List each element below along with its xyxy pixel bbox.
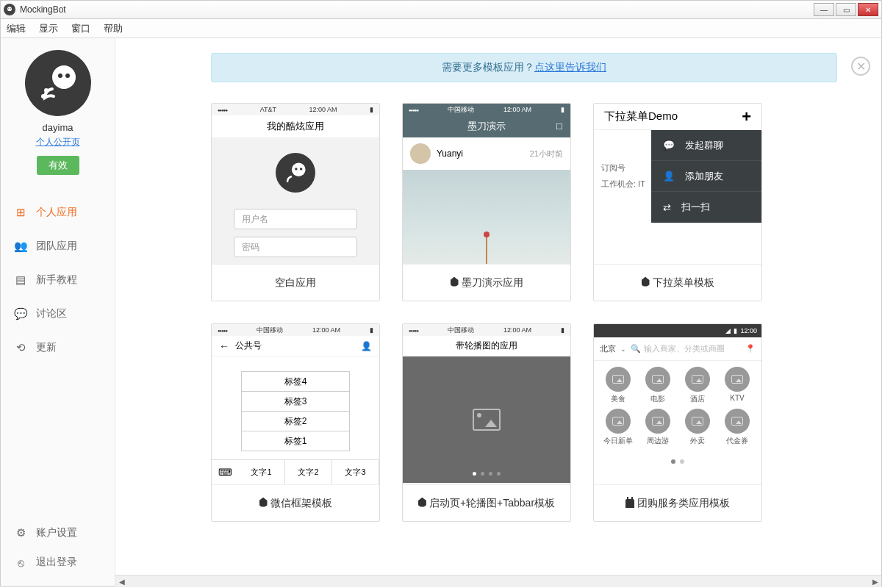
menu-help[interactable]: 帮助 [104,22,123,35]
chat-icon: 💬 [14,307,27,320]
user-icon: 👤 [663,171,675,182]
image-placeholder-icon [473,409,501,431]
sidebar-item-label: 新手教程 [36,273,77,287]
preview-header: 我的酷炫应用 [212,115,379,138]
status-badge: 有效 [37,156,79,175]
password-input: 密码 [234,237,357,257]
apple-icon [259,498,268,509]
public-page-link[interactable]: 个人公开页 [36,137,80,147]
banner-text: 需要更多模板应用？ [442,61,534,73]
signal-icon: ◢ [725,327,731,334]
info-banner: 需要更多模板应用？点这里告诉我们 ✕ [211,53,837,82]
svg-point-5 [65,74,70,78]
avatar-icon [410,143,431,164]
menu-view[interactable]: 显示 [39,22,58,35]
dropdown-menu: 💬发起群聊 👤添加朋友 ⇄扫一扫 [651,130,761,223]
card-label: 空白应用 [275,276,316,290]
close-banner-button[interactable]: ✕ [851,57,870,76]
scan-icon: ⇄ [663,202,671,213]
battery-icon: ▮ [370,106,373,113]
main-content: 需要更多模板应用？点这里告诉我们 ✕ AT&T12:00 AM▮ 我的酷炫应用 … [115,38,881,586]
window-titlebar: MockingBot — ▭ ✕ [0,0,882,19]
template-card-wechat[interactable]: 中国移动12:00 AM▮ ←公共号👤 标签4 标签3 标签2 标签1 ⌨ 文字… [211,323,380,522]
chat-icon: 💬 [663,140,675,151]
menu-bar: 编辑 显示 窗口 帮助 [0,19,882,38]
svg-point-0 [7,7,12,11]
close-button[interactable]: ✕ [858,3,878,16]
svg-point-4 [58,74,62,78]
tower-image [486,236,487,264]
chevron-down-icon: ⌄ [620,345,626,353]
sidebar-item-updates[interactable]: ⟲ 更新 [1,331,115,365]
banner-link[interactable]: 点这里告诉我们 [534,61,606,73]
signal-icon [409,326,418,334]
sidebar-item-label: 账户设置 [36,526,77,539]
profile-section: dayima 个人公开页 有效 [1,38,115,182]
android-icon [625,499,634,508]
sidebar-item-label: 退出登录 [36,556,77,569]
apple-icon [418,498,426,509]
gear-icon: ⚙ [14,526,27,539]
sidebar-item-label: 个人应用 [36,206,77,219]
carousel-dots [473,472,501,476]
inbox-icon: ☐ [556,122,563,132]
sidebar-item-team[interactable]: 👥 团队应用 [1,229,115,263]
signal-icon [409,106,418,113]
location-icon: 📍 [745,344,756,354]
book-icon: ▤ [14,273,27,287]
battery-icon: ▮ [561,106,564,113]
sidebar-item-settings[interactable]: ⚙ 账户设置 [1,518,115,548]
horizontal-scrollbar[interactable]: ◀ ▶ [115,575,881,587]
sidebar-item-label: 团队应用 [36,240,77,253]
signal-icon [218,106,227,113]
battery-icon: ▮ [561,326,564,334]
menu-edit[interactable]: 编辑 [7,22,26,35]
team-icon: 👥 [14,240,27,253]
sidebar-item-tutorial[interactable]: ▤ 新手教程 [1,263,115,297]
sidebar-item-label: 讨论区 [36,307,67,320]
user-icon: 👤 [361,341,372,351]
search-icon: 🔍 [631,344,641,354]
apple-icon [642,277,650,289]
battery-icon: ▮ [370,326,373,334]
sidebar-item-logout[interactable]: ⎋ 退出登录 [1,548,115,577]
avatar[interactable] [25,50,91,116]
keyboard-icon: ⌨ [212,460,238,484]
scroll-left-button[interactable]: ◀ [115,576,128,588]
svg-point-3 [52,65,76,89]
svg-point-8 [292,162,306,176]
svg-point-9 [295,168,297,170]
template-card-groupbuy[interactable]: ◢▮12:00 北京⌄ 🔍输入商家、分类或商圈 📍 美食 电影 酒店 KTV 今… [593,323,762,522]
card-label: 下拉菜单模板 [653,276,714,290]
app-logo-icon [4,4,15,15]
plus-icon: + [742,107,751,126]
template-card-blank[interactable]: AT&T12:00 AM▮ 我的酷炫应用 用户名 密码 空白应用 [211,103,380,301]
avatar-icon [276,153,315,193]
window-title: MockingBot [20,4,812,15]
sidebar-item-personal[interactable]: ⊞ 个人应用 [1,196,115,229]
sidebar-item-label: 更新 [36,341,57,354]
grid-icon: ⊞ [14,206,27,219]
apple-icon [451,277,459,289]
username: dayima [8,122,107,133]
svg-point-1 [8,8,9,9]
battery-icon: ▮ [734,327,737,334]
scroll-right-button[interactable]: ▶ [869,576,881,588]
svg-point-2 [10,8,11,9]
minimize-button[interactable]: — [814,3,834,16]
signal-icon [218,326,227,334]
template-card-carousel[interactable]: 中国移动12:00 AM▮ 带轮播图的应用 启动页+轮播图+Tabbar模板 [402,323,571,522]
username-input: 用户名 [234,209,357,229]
card-label: 团购服务类应用模板 [637,497,730,510]
svg-point-7 [41,94,46,98]
template-card-dropdown[interactable]: 下拉菜单Demo+ 订阅号工作机会: IT 💬发起群聊 👤添加朋友 ⇄扫一扫 下… [593,103,762,301]
menu-window[interactable]: 窗口 [71,22,90,35]
card-label: 墨刀演示应用 [462,276,523,290]
card-label: 启动页+轮播图+Tabbar模板 [429,497,555,510]
card-label: 微信框架模板 [270,497,332,510]
template-card-demo[interactable]: 中国移动12:00 AM▮ 墨刀演示☐ Yuanyi21小时前 墨刀演示应用 [402,103,571,301]
maximize-button[interactable]: ▭ [836,3,856,16]
back-icon: ← [219,340,229,352]
sidebar: dayima 个人公开页 有效 ⊞ 个人应用 👥 团队应用 ▤ 新手教程 💬 讨… [1,38,115,586]
sidebar-item-forum[interactable]: 💬 讨论区 [1,297,115,331]
